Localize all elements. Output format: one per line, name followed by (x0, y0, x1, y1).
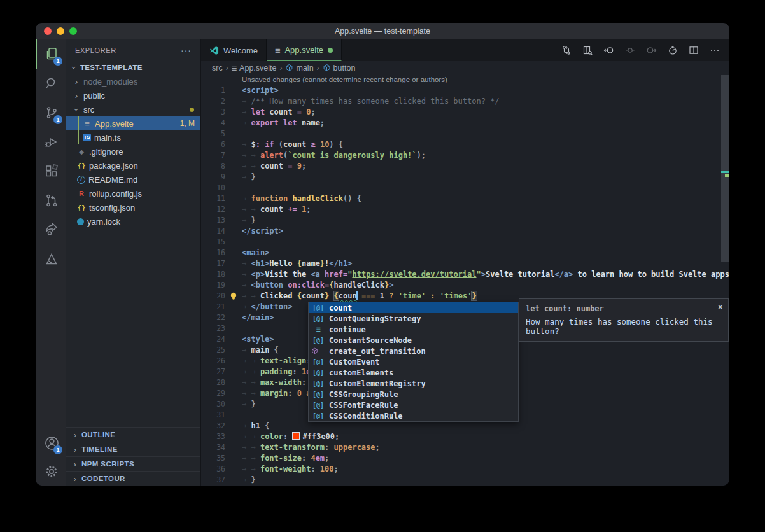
project-root-row[interactable]: › TEST-TEMPLATE (66, 60, 200, 74)
gutter-margin (225, 118, 242, 129)
live-share-icon[interactable] (36, 215, 66, 244)
suggest-item-customelementregistry[interactable]: [@]CustomElementRegistry (309, 378, 518, 389)
suggest-item-create_out_transition[interactable]: create_out_transition (309, 346, 518, 356)
tree-item-package-json[interactable]: {}package.json (66, 158, 200, 172)
suggest-item-cssfontfacerule[interactable]: [@]CSSFontFaceRule (309, 400, 518, 410)
tree-item-src[interactable]: ›src (66, 102, 200, 116)
code-line-11[interactable]: 11→ function handleClick() { (201, 193, 729, 204)
code-line-8[interactable]: 8→ → count = 9; (201, 161, 729, 172)
code-line-18[interactable]: 18→ <p>Visit the <a href="https://svelte… (201, 269, 729, 280)
suggest-item-count[interactable]: [@]count (309, 302, 518, 313)
code-token: max-width (260, 378, 302, 387)
code-line-13[interactable]: 13→ } (201, 215, 729, 226)
code-line-10[interactable]: 10 (201, 183, 729, 193)
breadcrumb-app-svelte[interactable]: ≡App.svelte (232, 63, 277, 73)
code-line-1[interactable]: 1<script> (201, 85, 729, 96)
breadcrumb-button[interactable]: button (323, 64, 356, 73)
code-line-33[interactable]: 33→ → color: #ff3e00; (201, 431, 729, 442)
tree-item-node-modules[interactable]: ›node_modules (66, 74, 200, 88)
tree-item--gitignore[interactable]: ◆.gitignore (66, 144, 200, 158)
tree-item-rollup-config-js[interactable]: Rrollup.config.js (66, 186, 200, 200)
suggest-item-cssconditionrule[interactable]: [@]CSSConditionRule (309, 410, 518, 421)
navigate-forward-icon[interactable] (646, 45, 657, 55)
code-line-19[interactable]: 19→ <button on:click={handleClick}> (201, 280, 729, 291)
suggest-label: CustomEvent (329, 358, 379, 367)
code-line-17[interactable]: 17→ <h1>Hello {name}!</h1> (201, 258, 729, 269)
gutter-margin (225, 96, 242, 107)
symbol-variable-icon: [@] (311, 315, 325, 322)
code-line-5[interactable]: 5 (201, 129, 729, 139)
code-editor[interactable]: Unsaved changes (cannot determine recent… (201, 74, 729, 486)
tab-welcome[interactable]: Welcome (201, 39, 267, 61)
code-line-3[interactable]: 3→ let count = 0; (201, 107, 729, 118)
code-line-32[interactable]: 32→ h1 { (201, 421, 729, 431)
line-number: 36 (201, 464, 225, 475)
settings-gear-icon[interactable] (36, 458, 66, 486)
code-line-37[interactable]: 37→ } (201, 475, 729, 486)
code-line-35[interactable]: 35→ → font-size: 4em; (201, 453, 729, 464)
pull-requests-icon[interactable] (36, 186, 66, 215)
suggest-item-cssgroupingrule[interactable]: [@]CSSGroupingRule (309, 389, 518, 400)
code-line-6[interactable]: 6→ $: if (count ≥ 10) { (201, 139, 729, 150)
indent-whitespace: → (242, 270, 251, 279)
start-tour-icon[interactable] (668, 45, 678, 55)
code-line-2[interactable]: 2→ /** How many times has someone clicke… (201, 96, 729, 107)
search-icon[interactable] (36, 69, 66, 98)
open-changes-icon[interactable] (582, 45, 593, 55)
tree-item-yarn-lock[interactable]: yarn.lock (66, 214, 200, 228)
scrollbar-slider[interactable] (721, 75, 729, 262)
breadcrumb-main[interactable]: main (285, 64, 313, 73)
section-timeline[interactable]: › TIMELINE (66, 442, 200, 456)
code-line-14[interactable]: 14</script> (201, 226, 729, 237)
section-outline[interactable]: › OUTLINE (66, 427, 200, 442)
line-number: 12 (201, 204, 225, 215)
code-token: uppercase (334, 443, 375, 452)
navigate-back-icon[interactable] (603, 45, 614, 55)
section-npm-scripts[interactable]: › NPM SCRIPTS (66, 456, 200, 471)
section-codetour[interactable]: › CODETOUR (66, 471, 200, 486)
code-line-36[interactable]: 36→ → font-weight: 100; (201, 464, 729, 475)
code-token: ; (334, 465, 339, 473)
suggest-item-customelements[interactable]: [@]customElements (309, 367, 518, 378)
compare-changes-icon[interactable] (561, 45, 572, 55)
tree-item-tsconfig-json[interactable]: {}tsconfig.json (66, 200, 200, 214)
code-line-15[interactable]: 15 (201, 237, 729, 248)
suggest-item-constantsourcenode[interactable]: [@]ConstantSourceNode (309, 335, 518, 346)
gutter-margin (225, 139, 242, 150)
title-bar: App.svelte — test-template (36, 23, 729, 39)
more-actions-icon[interactable] (710, 45, 720, 55)
gutter-margin (225, 312, 242, 323)
suggest-item-customevent[interactable]: [@]CustomEvent (309, 356, 518, 367)
code-line-9[interactable]: 9→ } (201, 172, 729, 183)
code-line-34[interactable]: 34→ → text-transform: uppercase; (201, 442, 729, 453)
blame-annotation: Unsaved changes (cannot determine recent… (201, 74, 729, 85)
suggest-item-countqueuingstrategy[interactable]: [@]CountQueuingStrategy (309, 313, 518, 324)
explorer-more-actions-icon[interactable]: ··· (181, 45, 192, 55)
lightbulb-icon[interactable] (230, 292, 237, 300)
code-token (279, 118, 283, 127)
accounts-icon[interactable]: 1 (36, 428, 66, 458)
unsaved-dot-icon[interactable] (328, 48, 333, 53)
breadcrumb-src[interactable]: src (212, 64, 223, 73)
indent-whitespace: → (242, 97, 251, 106)
azure-icon[interactable] (36, 244, 66, 274)
source-control-icon[interactable]: 1 (36, 98, 66, 127)
code-token: let (251, 108, 265, 116)
explorer-icon[interactable]: 1 (36, 39, 66, 69)
extensions-icon[interactable] (36, 157, 66, 186)
editor-scrollbar[interactable] (720, 74, 729, 486)
tree-item-main-ts[interactable]: TSmain.ts (66, 130, 200, 144)
close-icon[interactable]: × (718, 302, 723, 312)
suggest-item-continue[interactable]: ≡continue (309, 324, 518, 335)
yarn-file-icon (77, 218, 84, 225)
tree-item-app-svelte[interactable]: ≡App.svelte1, M (66, 116, 200, 130)
split-editor-icon[interactable] (689, 45, 699, 55)
tab-app-svelte[interactable]: ≡ App.svelte (267, 39, 342, 61)
tree-item-public[interactable]: ›public (66, 88, 200, 102)
run-debug-icon[interactable] (36, 127, 66, 157)
tree-item-readme-md[interactable]: iREADME.md (66, 172, 200, 186)
code-line-16[interactable]: 16<main> (201, 248, 729, 258)
code-line-7[interactable]: 7→ → alert(`count is dangerously high!`)… (201, 150, 729, 161)
code-line-4[interactable]: 4→ export let name; (201, 118, 729, 129)
code-line-12[interactable]: 12→ → count += 1; (201, 204, 729, 215)
